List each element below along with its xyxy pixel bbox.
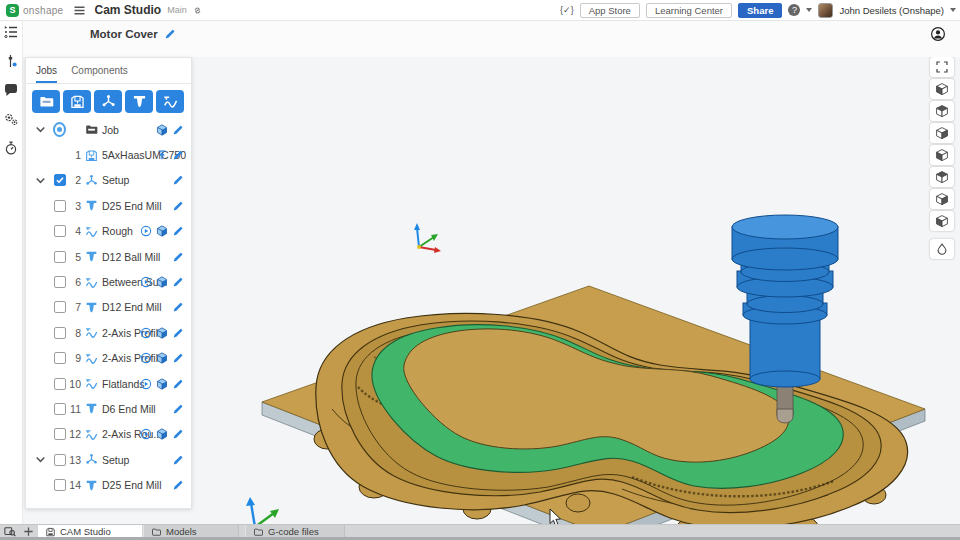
share-button[interactable]: Share [738,3,782,18]
user-avatar[interactable] [818,3,833,18]
new-job-folder-button[interactable] [32,90,60,113]
edit-pencil-icon[interactable] [172,327,184,339]
tree-row-d25-end-mill[interactable]: 14D25 End Mill [26,472,191,497]
sim-cube-icon[interactable] [156,276,168,288]
tree-row-2-axis-profile[interactable]: 82-Axis Profile [26,320,191,345]
tree-row-between-su-[interactable]: 6Between Su... [26,269,191,294]
setup-icon [84,174,99,187]
expand-chevron-icon[interactable] [34,123,47,136]
edit-pencil-icon[interactable] [172,276,184,288]
edit-pencil-icon[interactable] [172,454,184,466]
new-tool-button[interactable] [125,90,153,113]
learning-center-button[interactable]: Learning Center [646,3,732,18]
visibility-checkbox[interactable] [54,327,66,339]
visibility-checkbox[interactable] [54,276,66,288]
tree-row-rough[interactable]: 4Rough [26,219,191,244]
post-icon[interactable] [156,149,168,161]
user-menu-caret-icon[interactable] [950,8,956,12]
visibility-checkbox[interactable] [54,428,66,440]
play-icon[interactable] [140,327,152,339]
sim-cube-icon[interactable] [156,327,168,339]
edit-pencil-icon[interactable] [172,378,184,390]
viewers-icon[interactable] [930,26,946,42]
edit-pencil-icon[interactable] [172,301,184,313]
expand-chevron-icon[interactable] [34,174,47,187]
app-store-button[interactable]: App Store [580,3,640,18]
sim-cube-icon[interactable] [156,225,168,237]
edit-pencil-icon[interactable] [172,403,184,415]
tree-row-2-axis-rou-[interactable]: 122-Axis Rou... [26,422,191,447]
tree-row-setup[interactable]: 13Setup [26,447,191,472]
help-icon[interactable]: ? [788,4,800,16]
edit-pencil-icon[interactable] [172,251,184,263]
visibility-checkbox[interactable] [54,352,66,364]
tab-jobs[interactable]: Jobs [36,65,57,83]
sim-cube-icon[interactable] [156,124,168,136]
visibility-checkbox[interactable] [54,378,66,390]
tree-row-d6-end-mill[interactable]: 11D6 End Mill [26,396,191,421]
view-cube-2[interactable] [930,101,954,121]
visibility-checkbox[interactable] [54,174,66,186]
row-actions [140,352,184,364]
versions-link-icon[interactable] [192,5,203,16]
play-icon[interactable] [140,428,152,440]
new-machine-button[interactable] [63,90,91,113]
tab-manager-icon[interactable] [4,526,17,537]
expand-chevron-icon[interactable] [34,453,47,466]
tree-row-d12-ball-mill[interactable]: 5D12 Ball Mill [26,244,191,269]
onshape-logo-icon[interactable]: S [6,4,19,17]
adjustments-icon[interactable] [3,53,19,69]
comment-icon[interactable] [3,82,19,98]
view-cube-6[interactable] [930,189,954,209]
edit-pencil-icon[interactable] [172,352,184,364]
play-icon[interactable] [140,225,152,237]
tree-row-flatlands[interactable]: 10Flatlands [26,371,191,396]
view-cube-5[interactable] [930,167,954,187]
view-cube-1[interactable] [930,79,954,99]
visibility-checkbox[interactable] [54,225,66,237]
feature-list-icon[interactable] [3,24,19,40]
play-icon[interactable] [140,276,152,288]
expand-icon[interactable] [930,57,954,77]
new-toolpath-button[interactable] [156,90,184,113]
sim-cube-icon[interactable] [156,428,168,440]
visibility-checkbox[interactable] [54,301,66,313]
tree-row-d12-end-mill[interactable]: 7D12 End Mill [26,295,191,320]
edit-pencil-icon[interactable] [172,428,184,440]
tree-row-job[interactable]: Job [26,117,191,142]
gears-icon[interactable] [3,111,19,127]
visibility-checkbox[interactable] [54,251,66,263]
play-icon[interactable] [140,352,152,364]
visibility-checkbox[interactable] [54,479,66,491]
edit-pencil-icon[interactable] [172,124,184,136]
tree-row-2-axis-profile[interactable]: 92-Axis Profile [26,346,191,371]
tab-components[interactable]: Components [71,65,128,83]
tree-row-d25-end-mill[interactable]: 3D25 End Mill [26,193,191,218]
edit-pencil-icon[interactable] [172,225,184,237]
view-cube-4[interactable] [930,145,954,165]
edit-pencil-icon[interactable] [172,200,184,212]
view-cube-3[interactable] [930,123,954,143]
featurescript-icon[interactable]: {✓} [560,5,574,15]
sim-cube-icon[interactable] [156,378,168,390]
edit-pencil-icon[interactable] [172,149,184,161]
visibility-checkbox[interactable] [54,200,66,212]
help-caret-icon[interactable] [806,8,812,12]
rename-document-icon[interactable] [164,28,176,40]
add-tab-icon[interactable] [23,526,34,537]
edit-pencil-icon[interactable] [172,479,184,491]
visibility-checkbox[interactable] [54,454,66,466]
view-cube-7[interactable] [930,211,954,231]
lead-box [53,174,66,186]
main-menu-icon[interactable] [73,4,86,17]
new-setup-button[interactable] [94,90,122,113]
shaded-view-icon[interactable] [930,239,954,259]
tree-row-5axhaasumc750[interactable]: 15AxHaasUMC750 [26,142,191,167]
edit-pencil-icon[interactable] [172,174,184,186]
visibility-checkbox[interactable] [54,403,66,415]
job-active-radio[interactable] [53,122,66,137]
play-icon[interactable] [140,378,152,390]
stopwatch-icon[interactable] [3,140,19,156]
tree-row-setup[interactable]: 2Setup [26,168,191,193]
sim-cube-icon[interactable] [156,352,168,364]
